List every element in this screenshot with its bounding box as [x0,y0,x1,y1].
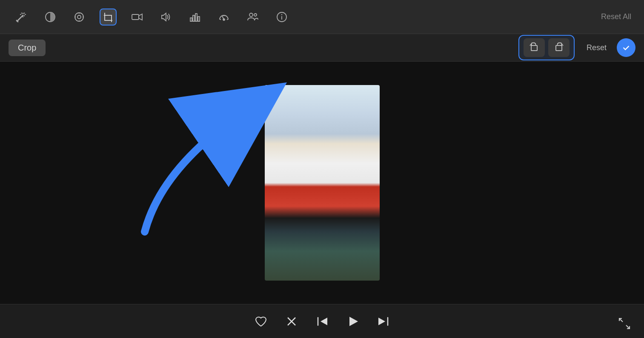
magic-wand-icon[interactable] [13,9,30,26]
svg-rect-36 [556,45,562,51]
svg-line-46 [626,325,630,329]
svg-point-10 [75,13,83,21]
rotate-buttons-group [518,35,575,60]
svg-point-34 [281,14,282,15]
skip-back-button[interactable] [315,315,329,328]
confirm-button[interactable] [617,38,635,57]
heart-button[interactable] [254,315,268,328]
expand-button[interactable] [618,317,631,330]
svg-line-7 [24,15,25,16]
svg-rect-21 [193,15,195,21]
speedometer-icon[interactable] [215,9,232,26]
second-toolbar: Crop Reset [0,34,644,62]
audio-icon[interactable] [157,9,175,26]
reset-all-button[interactable]: Reset All [601,12,631,21]
svg-marker-44 [378,318,385,325]
film-effects-icon[interactable] [71,9,88,26]
reject-button[interactable] [285,315,298,328]
play-button[interactable] [346,315,360,328]
toolbar-icons-group [13,9,290,26]
svg-point-26 [223,19,225,20]
reset-button[interactable]: Reset [587,43,607,52]
svg-point-31 [254,14,257,16]
histogram-icon[interactable] [186,9,203,26]
svg-marker-19 [162,13,166,21]
crop-label-button[interactable]: Crop [9,40,46,56]
svg-rect-20 [190,18,192,21]
people-icon[interactable] [244,9,261,26]
svg-point-11 [77,15,81,19]
svg-line-45 [619,318,623,322]
svg-point-30 [249,13,253,17]
svg-line-5 [21,13,22,14]
color-balance-icon[interactable] [42,9,59,26]
svg-marker-18 [139,14,142,20]
svg-rect-16 [105,15,112,20]
svg-rect-23 [198,17,200,21]
svg-rect-17 [132,14,139,20]
svg-marker-42 [349,317,358,326]
skip-forward-button[interactable] [377,315,390,328]
crop-tool-icon[interactable] [100,9,117,26]
bottom-bar [0,304,644,338]
svg-line-6 [24,13,25,14]
video-preview [265,85,380,281]
top-toolbar: Reset All [0,0,644,34]
rotate-left-button[interactable] [524,38,545,57]
svg-rect-22 [195,14,197,21]
svg-rect-35 [531,45,537,51]
svg-line-8 [17,20,18,22]
video-camera-icon[interactable] [129,9,146,26]
main-canvas-area [0,62,644,304]
info-icon[interactable] [273,9,290,26]
svg-marker-41 [321,318,327,325]
rotate-right-button[interactable] [548,38,570,57]
